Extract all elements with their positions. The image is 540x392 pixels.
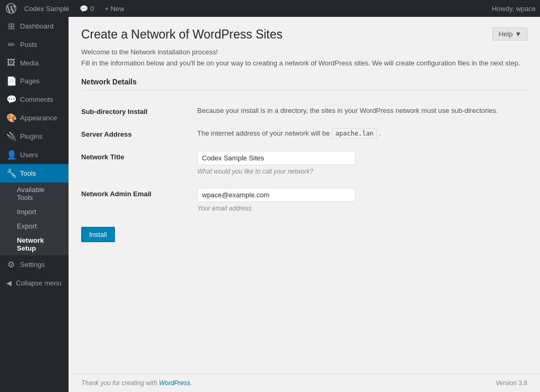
server-address-code: apache.lan	[332, 128, 377, 139]
footer-version: Version 3.8	[496, 379, 527, 387]
section-title: Network Details	[81, 78, 527, 91]
form-table: Sub-directory Install Because your insta…	[81, 99, 527, 218]
field-label-server-address: Server Address	[81, 122, 197, 145]
sidebar-item-label: Settings	[20, 261, 45, 269]
sidebar-item-plugins[interactable]: 🔌 Plugins	[0, 127, 69, 146]
sidebar-item-label: Users	[20, 151, 38, 159]
welcome-line2: Fill in the information below and you'll…	[81, 59, 527, 67]
sidebar-item-users[interactable]: 👤 Users	[0, 146, 69, 164]
network-admin-email-hint: Your email address.	[197, 205, 253, 212]
sidebar-item-label: Posts	[20, 41, 37, 49]
sidebar: ⊞ Dashboard ✏ Posts 🖼 Media 📄 Pages 💬 Co…	[0, 17, 69, 392]
comment-bubble-icon: 💬	[80, 5, 88, 13]
chevron-down-icon: ▼	[515, 30, 522, 38]
sidebar-item-posts[interactable]: ✏ Posts	[0, 35, 69, 54]
posts-icon: ✏	[6, 40, 16, 50]
install-button[interactable]: Install	[81, 227, 115, 242]
help-button[interactable]: Help ▼	[493, 27, 527, 41]
adminbar-new[interactable]: + New	[101, 5, 129, 13]
plugins-icon: 🔌	[6, 131, 16, 141]
collapse-menu[interactable]: ◀ Collapse menu	[0, 274, 69, 292]
collapse-icon: ◀	[6, 279, 12, 287]
comments-count: 0	[90, 5, 94, 13]
field-value-network-title: What would you like to call your network…	[197, 145, 527, 181]
wp-logo-icon[interactable]	[4, 2, 18, 15]
dashboard-icon: ⊞	[6, 21, 16, 31]
submenu-item-available-tools[interactable]: Available Tools	[0, 183, 69, 205]
sidebar-item-label: Dashboard	[20, 22, 54, 30]
network-title-hint: What would you like to call your network…	[197, 168, 313, 175]
adminbar-comments[interactable]: 💬 0	[75, 5, 98, 13]
sidebar-item-label: Appearance	[20, 114, 57, 122]
sidebar-item-label: Plugins	[20, 132, 43, 140]
welcome-line1: Welcome to the Network installation proc…	[81, 48, 527, 56]
network-admin-email-input[interactable]	[197, 188, 355, 202]
field-label-subdirectory: Sub-directory Install	[81, 99, 197, 122]
server-address-prefix: The internet address of your network wil…	[197, 129, 332, 137]
footer-wp-link[interactable]: WordPress	[159, 379, 190, 387]
users-icon: 👤	[6, 150, 16, 160]
table-row: Server Address The internet address of y…	[81, 122, 527, 145]
page-header: Create a Network of WordPress Sites Help…	[81, 27, 527, 42]
new-label: + New	[105, 5, 124, 13]
footer-thank-you-text: Thank you for creating with	[81, 379, 159, 387]
tools-icon: 🔧	[6, 168, 16, 178]
sidebar-item-tools[interactable]: 🔧 Tools	[0, 164, 69, 183]
sidebar-item-dashboard[interactable]: ⊞ Dashboard	[0, 17, 69, 35]
table-row: Sub-directory Install Because your insta…	[81, 99, 527, 122]
sidebar-item-media[interactable]: 🖼 Media	[0, 54, 69, 72]
field-value-network-admin-email: Your email address.	[197, 181, 527, 218]
field-label-network-title: Network Title	[81, 145, 197, 181]
sidebar-item-settings[interactable]: ⚙ Settings	[0, 255, 69, 274]
pages-icon: 📄	[6, 76, 16, 86]
submenu-item-export[interactable]: Export	[0, 219, 69, 233]
media-icon: 🖼	[6, 58, 16, 68]
footer-period: .	[190, 379, 192, 387]
footer: Thank you for creating with WordPress. V…	[69, 374, 540, 392]
admin-bar: Codex Sample 💬 0 + New Howdy, wpace	[0, 0, 540, 17]
sidebar-item-comments[interactable]: 💬 Comments	[0, 90, 69, 109]
help-button-label: Help	[498, 30, 513, 38]
table-row: Network Admin Email Your email address.	[81, 181, 527, 218]
sidebar-item-label: Media	[20, 59, 38, 67]
tools-submenu: Available Tools Import Export Network Se…	[0, 183, 69, 255]
server-address-suffix: .	[379, 129, 381, 137]
adminbar-site-name[interactable]: Codex Sample	[20, 5, 73, 13]
field-value-subdirectory: Because your install is in a directory, …	[197, 99, 527, 122]
field-value-server-address: The internet address of your network wil…	[197, 122, 527, 145]
adminbar-howdy[interactable]: Howdy, wpace	[491, 5, 536, 13]
sidebar-item-appearance[interactable]: 🎨 Appearance	[0, 109, 69, 127]
settings-icon: ⚙	[6, 260, 16, 270]
footer-thank-you: Thank you for creating with WordPress.	[81, 379, 192, 387]
comments-icon: 💬	[6, 94, 16, 104]
sidebar-item-label: Pages	[20, 77, 40, 85]
sidebar-item-label: Tools	[20, 169, 36, 177]
appearance-icon: 🎨	[6, 113, 16, 123]
content-area: Create a Network of WordPress Sites Help…	[69, 17, 540, 374]
collapse-label: Collapse menu	[16, 279, 62, 287]
table-row: Network Title What would you like to cal…	[81, 145, 527, 181]
page-title: Create a Network of WordPress Sites	[81, 27, 283, 42]
sidebar-item-pages[interactable]: 📄 Pages	[0, 72, 69, 90]
sidebar-item-label: Comments	[20, 95, 53, 103]
submenu-item-import[interactable]: Import	[0, 205, 69, 219]
submenu-item-network-setup[interactable]: Network Setup	[0, 233, 69, 255]
network-title-input[interactable]	[197, 151, 355, 165]
field-label-network-admin-email: Network Admin Email	[81, 181, 197, 218]
